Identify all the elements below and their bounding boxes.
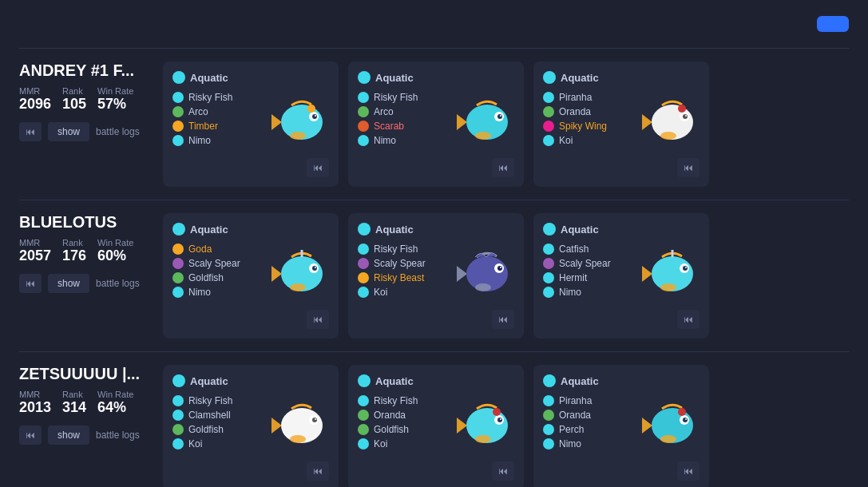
axie-name-2-0-2: Goldfish: [188, 424, 224, 435]
svg-point-37: [685, 267, 687, 268]
svg-point-44: [315, 418, 316, 420]
svg-point-19: [660, 132, 676, 140]
aquatic-type-icon-0-2: [543, 71, 556, 84]
rank-label: Rank: [62, 390, 86, 399]
mmr-label: MMR: [19, 86, 51, 96]
axie-list-1-0: Goda Scaly Spear Goldfish Nimo: [172, 244, 259, 303]
card-bottom-1-2: ⏮: [543, 310, 700, 329]
card-play-button-2-0[interactable]: ⏮: [307, 461, 329, 481]
card-type-label-0-2: Aquatic: [561, 72, 599, 84]
axie-entry-2-1-1: Oranda: [358, 410, 444, 421]
mmr-label: MMR: [19, 238, 51, 247]
axie-type-icon-0-2-3: [543, 135, 554, 146]
axie-name-1-2-3: Nimo: [559, 287, 581, 298]
axie-entry-1-1-0: Risky Fish: [358, 244, 444, 255]
card-play-button-1-2[interactable]: ⏮: [677, 310, 700, 329]
wr-value: 64%: [97, 399, 133, 416]
play-button-2[interactable]: ⏮: [19, 426, 42, 445]
card-bottom-2-0: ⏮: [172, 461, 329, 481]
axie-type-icon-0-1-0: [358, 92, 369, 103]
card-type-1-0: Aquatic: [172, 223, 329, 236]
card-bottom-2-2: ⏮: [543, 461, 700, 481]
card-type-2-1: Aquatic: [358, 374, 514, 387]
card-play-button-0-0[interactable]: ⏮: [307, 158, 329, 177]
cards-grid-0: Aquatic Risky Fish Arco Timber Nimo: [163, 61, 849, 187]
logs-button-1[interactable]: battle logs: [96, 278, 140, 289]
svg-point-59: [660, 435, 676, 443]
logs-button-0[interactable]: battle logs: [96, 126, 140, 137]
axie-name-2-1-3: Koi: [374, 438, 387, 449]
card-play-button-0-1[interactable]: ⏮: [492, 158, 514, 177]
axie-type-icon-0-2-0: [543, 92, 554, 103]
card-play-button-1-0[interactable]: ⏮: [307, 310, 329, 329]
wr-value: 57%: [97, 96, 133, 113]
play-button-0[interactable]: ⏮: [19, 122, 42, 141]
teams-container: ANDREY #1 F... MMR 2096 Rank 105 Win Rat…: [19, 48, 849, 487]
axie-type-icon-1-1-3: [358, 287, 369, 298]
axie-name-0-0-2: Timber: [188, 121, 218, 132]
want-more-button[interactable]: [817, 16, 849, 32]
axie-name-1-1-0: Risky Fish: [374, 244, 418, 255]
team-info-2: ZETSUUUUU |... MMR 2013 Rank 314 Win Rat…: [19, 365, 147, 445]
axie-type-icon-2-0-2: [172, 424, 184, 435]
team-name-0: ANDREY #1 F...: [19, 61, 147, 80]
aquatic-type-icon-1-0: [172, 223, 185, 236]
team-info-0: ANDREY #1 F... MMR 2096 Rank 105 Win Rat…: [19, 61, 147, 141]
axie-list-1-1: Risky Fish Scaly Spear Risky Beast Koi: [358, 244, 444, 303]
card-content-2-0: Risky Fish Clamshell Goldfish Koi: [172, 395, 329, 455]
show-button-1[interactable]: show: [48, 274, 89, 293]
axie-list-2-1: Risky Fish Oranda Goldfish Koi: [358, 395, 444, 455]
axie-entry-2-0-0: Risky Fish: [172, 395, 259, 406]
aquatic-type-icon-1-2: [543, 223, 556, 236]
axie-entry-0-2-2: Spiky Wing: [543, 121, 629, 132]
show-button-0[interactable]: show: [48, 122, 89, 141]
svg-marker-20: [271, 266, 282, 282]
axie-list-2-2: Piranha Oranda Perch Nimo: [543, 395, 629, 455]
axie-entry-0-1-3: Nimo: [358, 135, 444, 146]
card-type-label-1-2: Aquatic: [561, 224, 599, 236]
axie-list-1-2: Catfish Scaly Spear Hermit Nimo: [543, 244, 629, 303]
axie-entry-1-2-2: Hermit: [543, 272, 629, 283]
axie-name-1-2-1: Scaly Spear: [559, 258, 611, 269]
card-play-button-1-1[interactable]: ⏮: [492, 310, 514, 329]
axie-type-icon-0-1-2: [358, 121, 369, 132]
axie-entry-1-2-0: Catfish: [543, 244, 629, 255]
wr-label: Win Rate: [97, 238, 133, 247]
card-type-label-2-1: Aquatic: [375, 375, 414, 387]
axie-entry-0-1-1: Arco: [358, 106, 444, 117]
axie-name-1-1-1: Scaly Spear: [374, 258, 426, 269]
axie-type-icon-1-2-3: [543, 287, 554, 298]
card-play-button-2-2[interactable]: ⏮: [677, 461, 700, 481]
axie-entry-0-2-3: Koi: [543, 135, 629, 146]
svg-point-23: [312, 266, 317, 271]
axie-list-0-0: Risky Fish Arco Timber Nimo: [172, 92, 259, 152]
axie-entry-1-2-3: Nimo: [543, 287, 629, 298]
svg-point-32: [475, 283, 491, 291]
mmr-value: 2057: [19, 247, 51, 264]
card-play-button-2-1[interactable]: ⏮: [492, 461, 514, 481]
axie-entry-0-1-0: Risky Fish: [358, 92, 444, 103]
card-content-0-2: Piranha Oranda Spiky Wing Koi: [543, 92, 700, 152]
show-button-2[interactable]: show: [48, 426, 89, 445]
axie-type-icon-1-0-3: [172, 287, 184, 298]
axie-entry-2-0-3: Koi: [172, 438, 259, 449]
aquatic-type-icon-0-0: [172, 71, 185, 84]
axie-name-0-2-2: Spiky Wing: [559, 121, 607, 132]
svg-point-39: [660, 283, 676, 291]
card-play-button-0-2[interactable]: ⏮: [677, 158, 700, 177]
card-type-label-2-0: Aquatic: [190, 375, 228, 387]
axie-list-0-1: Risky Fish Arco Scarab Nimo: [358, 92, 444, 152]
card-type-0-0: Aquatic: [172, 71, 329, 84]
axie-type-icon-2-1-1: [358, 410, 369, 421]
svg-point-11: [500, 115, 501, 117]
team-card-2-2: Aquatic Piranha Oranda Perch Nimo: [533, 365, 709, 487]
team-card-0-2: Aquatic Piranha Oranda Spiky Wing Koi: [533, 61, 709, 187]
axie-entry-0-2-0: Piranha: [543, 92, 629, 103]
axie-entry-2-1-3: Koi: [358, 438, 444, 449]
axie-type-icon-2-1-0: [358, 395, 369, 406]
logs-button-2[interactable]: battle logs: [96, 430, 140, 441]
axie-name-2-1-2: Goldfish: [374, 424, 409, 435]
axie-list-2-0: Risky Fish Clamshell Goldfish Koi: [172, 395, 259, 455]
mmr-value: 2013: [19, 399, 51, 416]
play-button-1[interactable]: ⏮: [19, 274, 42, 293]
